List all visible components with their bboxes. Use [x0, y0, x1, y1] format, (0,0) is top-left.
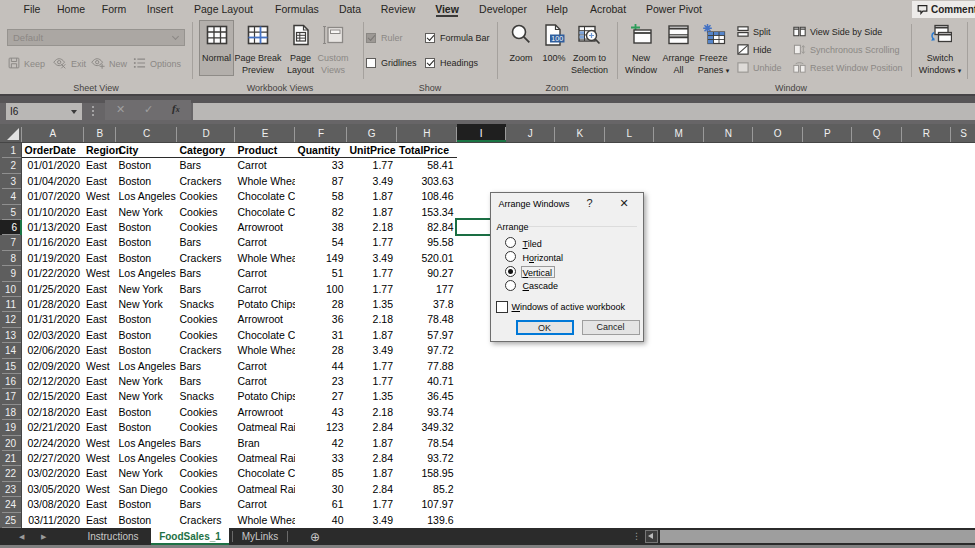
svg-text:100: 100: [551, 35, 563, 42]
